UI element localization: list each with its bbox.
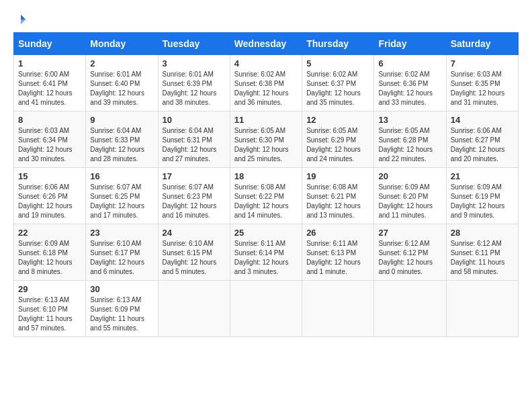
- calendar-cell: 4Sunrise: 6:02 AM Sunset: 6:38 PM Daylig…: [230, 55, 302, 111]
- calendar-cell: 7Sunrise: 6:03 AM Sunset: 6:35 PM Daylig…: [446, 55, 518, 111]
- calendar-cell: [158, 281, 230, 337]
- day-number: 5: [306, 58, 369, 68]
- day-info: Sunrise: 6:12 AM Sunset: 6:11 PM Dayligh…: [451, 239, 514, 277]
- svg-marker-0: [21, 15, 26, 19]
- day-info: Sunrise: 6:05 AM Sunset: 6:28 PM Dayligh…: [378, 126, 441, 164]
- calendar-cell: 10Sunrise: 6:04 AM Sunset: 6:31 PM Dayli…: [158, 111, 230, 168]
- day-info: Sunrise: 6:11 AM Sunset: 6:14 PM Dayligh…: [234, 239, 298, 277]
- day-info: Sunrise: 6:08 AM Sunset: 6:21 PM Dayligh…: [306, 183, 369, 220]
- calendar-week-row: 22Sunrise: 6:09 AM Sunset: 6:18 PM Dayli…: [14, 224, 519, 281]
- calendar-cell: 29Sunrise: 6:13 AM Sunset: 6:10 PM Dayli…: [14, 281, 86, 337]
- calendar-cell: 15Sunrise: 6:06 AM Sunset: 6:26 PM Dayli…: [14, 168, 86, 224]
- calendar-cell: 14Sunrise: 6:06 AM Sunset: 6:27 PM Dayli…: [446, 111, 518, 168]
- day-info: Sunrise: 6:02 AM Sunset: 6:38 PM Dayligh…: [234, 70, 298, 107]
- day-info: Sunrise: 6:10 AM Sunset: 6:17 PM Dayligh…: [90, 239, 153, 277]
- day-number: 13: [378, 115, 441, 125]
- day-number: 12: [306, 115, 369, 125]
- day-number: 14: [451, 115, 514, 125]
- calendar-cell: 2Sunrise: 6:01 AM Sunset: 6:40 PM Daylig…: [86, 55, 158, 111]
- weekday-header-tuesday: Tuesday: [158, 33, 230, 55]
- day-info: Sunrise: 6:04 AM Sunset: 6:31 PM Dayligh…: [163, 126, 226, 164]
- calendar-cell: 28Sunrise: 6:12 AM Sunset: 6:11 PM Dayli…: [446, 224, 518, 281]
- page-header: [13, 13, 519, 26]
- calendar-cell: [230, 281, 302, 337]
- calendar-week-row: 29Sunrise: 6:13 AM Sunset: 6:10 PM Dayli…: [14, 281, 519, 337]
- day-info: Sunrise: 6:10 AM Sunset: 6:15 PM Dayligh…: [163, 239, 226, 277]
- day-number: 3: [163, 58, 226, 68]
- calendar-cell: [374, 281, 446, 337]
- day-number: 23: [90, 228, 153, 238]
- day-info: Sunrise: 6:06 AM Sunset: 6:26 PM Dayligh…: [18, 183, 81, 220]
- calendar-cell: 23Sunrise: 6:10 AM Sunset: 6:17 PM Dayli…: [86, 224, 158, 281]
- day-number: 24: [163, 228, 226, 238]
- day-info: Sunrise: 6:01 AM Sunset: 6:40 PM Dayligh…: [90, 70, 153, 107]
- calendar-cell: 6Sunrise: 6:02 AM Sunset: 6:36 PM Daylig…: [374, 55, 446, 111]
- day-number: 18: [234, 171, 298, 181]
- day-info: Sunrise: 6:11 AM Sunset: 6:13 PM Dayligh…: [306, 239, 369, 277]
- weekday-header-friday: Friday: [374, 33, 446, 55]
- calendar-cell: 13Sunrise: 6:05 AM Sunset: 6:28 PM Dayli…: [374, 111, 446, 168]
- day-number: 21: [451, 171, 514, 181]
- day-info: Sunrise: 6:09 AM Sunset: 6:20 PM Dayligh…: [378, 183, 441, 220]
- calendar-table: SundayMondayTuesdayWednesdayThursdayFrid…: [13, 32, 519, 337]
- day-number: 30: [90, 284, 153, 294]
- logo: [13, 13, 27, 26]
- calendar-cell: 24Sunrise: 6:10 AM Sunset: 6:15 PM Dayli…: [158, 224, 230, 281]
- day-info: Sunrise: 6:02 AM Sunset: 6:36 PM Dayligh…: [378, 70, 441, 107]
- day-info: Sunrise: 6:05 AM Sunset: 6:30 PM Dayligh…: [234, 126, 298, 164]
- day-info: Sunrise: 6:07 AM Sunset: 6:23 PM Dayligh…: [163, 183, 226, 220]
- day-number: 27: [378, 228, 441, 238]
- day-number: 25: [234, 228, 298, 238]
- calendar-cell: 8Sunrise: 6:03 AM Sunset: 6:34 PM Daylig…: [14, 111, 86, 168]
- calendar-cell: 19Sunrise: 6:08 AM Sunset: 6:21 PM Dayli…: [302, 168, 374, 224]
- day-number: 15: [18, 171, 81, 181]
- day-info: Sunrise: 6:03 AM Sunset: 6:34 PM Dayligh…: [18, 126, 81, 164]
- day-number: 10: [163, 115, 226, 125]
- day-number: 22: [18, 228, 81, 238]
- calendar-cell: 17Sunrise: 6:07 AM Sunset: 6:23 PM Dayli…: [158, 168, 230, 224]
- day-info: Sunrise: 6:02 AM Sunset: 6:37 PM Dayligh…: [306, 70, 369, 107]
- day-number: 4: [234, 58, 298, 68]
- calendar-cell: 22Sunrise: 6:09 AM Sunset: 6:18 PM Dayli…: [14, 224, 86, 281]
- weekday-header-wednesday: Wednesday: [230, 33, 302, 55]
- day-number: 28: [451, 228, 514, 238]
- day-info: Sunrise: 6:12 AM Sunset: 6:12 PM Dayligh…: [378, 239, 441, 277]
- weekday-header-thursday: Thursday: [302, 33, 374, 55]
- calendar-cell: 21Sunrise: 6:09 AM Sunset: 6:19 PM Dayli…: [446, 168, 518, 224]
- day-info: Sunrise: 6:09 AM Sunset: 6:19 PM Dayligh…: [451, 183, 514, 220]
- weekday-header-saturday: Saturday: [446, 33, 518, 55]
- calendar-cell: 25Sunrise: 6:11 AM Sunset: 6:14 PM Dayli…: [230, 224, 302, 281]
- day-info: Sunrise: 6:00 AM Sunset: 6:41 PM Dayligh…: [18, 70, 81, 107]
- calendar-week-row: 1Sunrise: 6:00 AM Sunset: 6:41 PM Daylig…: [14, 55, 519, 111]
- day-number: 26: [306, 228, 369, 238]
- calendar-cell: [302, 281, 374, 337]
- calendar-cell: 12Sunrise: 6:05 AM Sunset: 6:29 PM Dayli…: [302, 111, 374, 168]
- day-number: 8: [18, 115, 81, 125]
- calendar-cell: 11Sunrise: 6:05 AM Sunset: 6:30 PM Dayli…: [230, 111, 302, 168]
- calendar-week-row: 15Sunrise: 6:06 AM Sunset: 6:26 PM Dayli…: [14, 168, 519, 224]
- calendar-cell: 18Sunrise: 6:08 AM Sunset: 6:22 PM Dayli…: [230, 168, 302, 224]
- day-number: 19: [306, 171, 369, 181]
- calendar-cell: 16Sunrise: 6:07 AM Sunset: 6:25 PM Dayli…: [86, 168, 158, 224]
- day-info: Sunrise: 6:05 AM Sunset: 6:29 PM Dayligh…: [306, 126, 369, 164]
- calendar-cell: 27Sunrise: 6:12 AM Sunset: 6:12 PM Dayli…: [374, 224, 446, 281]
- day-number: 6: [378, 58, 441, 68]
- day-info: Sunrise: 6:13 AM Sunset: 6:09 PM Dayligh…: [90, 295, 153, 333]
- calendar-cell: [446, 281, 518, 337]
- weekday-header-monday: Monday: [86, 33, 158, 55]
- day-number: 17: [163, 171, 226, 181]
- day-info: Sunrise: 6:01 AM Sunset: 6:39 PM Dayligh…: [163, 70, 226, 107]
- day-number: 11: [234, 115, 298, 125]
- calendar-header-row: SundayMondayTuesdayWednesdayThursdayFrid…: [14, 33, 519, 55]
- calendar-cell: 30Sunrise: 6:13 AM Sunset: 6:09 PM Dayli…: [86, 281, 158, 337]
- day-info: Sunrise: 6:07 AM Sunset: 6:25 PM Dayligh…: [90, 183, 153, 220]
- calendar-cell: 5Sunrise: 6:02 AM Sunset: 6:37 PM Daylig…: [302, 55, 374, 111]
- calendar-cell: 20Sunrise: 6:09 AM Sunset: 6:20 PM Dayli…: [374, 168, 446, 224]
- day-number: 7: [451, 58, 514, 68]
- day-number: 29: [18, 284, 81, 294]
- calendar-cell: 26Sunrise: 6:11 AM Sunset: 6:13 PM Dayli…: [302, 224, 374, 281]
- day-info: Sunrise: 6:06 AM Sunset: 6:27 PM Dayligh…: [451, 126, 514, 164]
- svg-marker-1: [21, 19, 26, 24]
- day-number: 9: [90, 115, 153, 125]
- day-info: Sunrise: 6:03 AM Sunset: 6:35 PM Dayligh…: [451, 70, 514, 107]
